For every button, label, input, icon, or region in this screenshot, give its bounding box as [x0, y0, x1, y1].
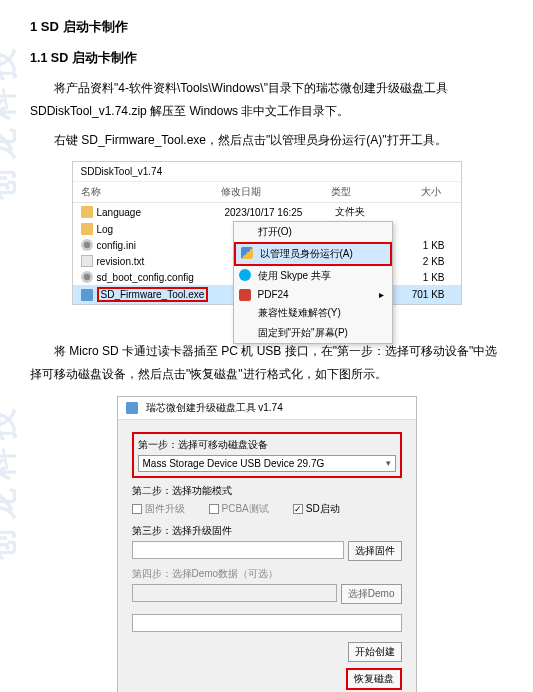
cb-pcba-test[interactable]: PCBA测试 [209, 502, 269, 516]
file-name: config.ini [97, 240, 225, 251]
demo-path-input [132, 584, 337, 602]
device-select[interactable]: Mass Storage Device USB Device 29.7G ▾ [138, 455, 396, 472]
figure-1: SDDiskTool_v1.74 名称 修改日期 类型 大小 Language … [30, 161, 503, 305]
mode-checkboxes: 固件升级 PCBA测试 SD启动 [132, 502, 402, 516]
figure-2: 瑞芯微创建升级磁盘工具 v1.74 第一步：选择可移动磁盘设备 Mass Sto… [30, 396, 503, 692]
col-header-size[interactable]: 大小 [391, 185, 441, 199]
explorer-title: SDDiskTool_v1.74 [73, 162, 461, 182]
step4-label: 第四步：选择Demo数据（可选） [132, 567, 402, 581]
col-header-type[interactable]: 类型 [331, 185, 391, 199]
progress-bar [132, 614, 402, 632]
gear-icon [81, 239, 93, 251]
step2-label: 第二步：选择功能模式 [132, 484, 402, 498]
heading-level-2: 1.1 SD 启动卡制作 [30, 50, 503, 67]
col-header-name[interactable]: 名称 [81, 185, 221, 199]
folder-icon [81, 223, 93, 235]
device-select-value: Mass Storage Device USB Device 29.7G [143, 458, 325, 469]
firmware-path-input[interactable] [132, 541, 344, 559]
file-date: 2023/10/17 16:25 [225, 207, 335, 218]
step1-highlight: 第一步：选择可移动磁盘设备 Mass Storage Device USB De… [132, 432, 402, 478]
watermark: 创龙科技 [0, 400, 24, 560]
file-size: 1 KB [395, 272, 445, 283]
file-size: 2 KB [395, 256, 445, 267]
exe-icon [81, 289, 93, 301]
shield-icon [241, 247, 253, 259]
context-menu: 打开(O) 以管理员身份运行(A) 使用 Skype 共享 PDF24 ▸ 兼容… [233, 221, 393, 344]
ctx-run-as-admin[interactable]: 以管理员身份运行(A) [234, 242, 392, 266]
browse-demo-button: 选择Demo [341, 584, 402, 604]
app-icon [126, 402, 138, 414]
sd-tool-dialog: 瑞芯微创建升级磁盘工具 v1.74 第一步：选择可移动磁盘设备 Mass Sto… [117, 396, 417, 692]
file-explorer-window: SDDiskTool_v1.74 名称 修改日期 类型 大小 Language … [72, 161, 462, 305]
pdf-icon [239, 289, 251, 301]
step3-label: 第三步：选择升级固件 [132, 524, 402, 538]
chevron-down-icon: ▾ [386, 458, 391, 469]
ctx-pdf24[interactable]: PDF24 ▸ [234, 286, 392, 303]
ctx-pin-start[interactable]: 固定到"开始"屏幕(P) [234, 323, 392, 343]
dialog-title-text: 瑞芯微创建升级磁盘工具 v1.74 [146, 401, 283, 415]
file-size: 701 KB [395, 289, 445, 300]
file-name: sd_boot_config.config [97, 272, 225, 283]
ctx-skype-share[interactable]: 使用 Skype 共享 [234, 266, 392, 286]
start-create-button[interactable]: 开始创建 [348, 642, 402, 662]
step1-label: 第一步：选择可移动磁盘设备 [138, 438, 396, 452]
restore-disk-button[interactable]: 恢复磁盘 [346, 668, 402, 690]
paragraph-3: 将 Micro SD 卡通过读卡器插至 PC 机 USB 接口，在"第一步：选择… [30, 340, 503, 386]
cb-sd-boot[interactable]: SD启动 [293, 502, 340, 516]
file-name: Log [97, 224, 225, 235]
file-name: Language [97, 207, 225, 218]
file-name: SD_Firmware_Tool.exe [97, 287, 225, 302]
file-icon [81, 255, 93, 267]
file-type: 文件夹 [335, 205, 395, 219]
skype-icon [239, 269, 251, 281]
browse-firmware-button[interactable]: 选择固件 [348, 541, 402, 561]
explorer-column-headers: 名称 修改日期 类型 大小 [73, 182, 461, 203]
paragraph-2: 右键 SD_Firmware_Tool.exe，然后点击"以管理员身份运行(A)… [30, 129, 503, 152]
ctx-open[interactable]: 打开(O) [234, 222, 392, 242]
dialog-titlebar: 瑞芯微创建升级磁盘工具 v1.74 [118, 397, 416, 420]
chevron-right-icon: ▸ [379, 289, 384, 300]
col-header-date[interactable]: 修改日期 [221, 185, 331, 199]
file-row[interactable]: Language 2023/10/17 16:25 文件夹 [73, 203, 461, 221]
cb-firmware-upgrade[interactable]: 固件升级 [132, 502, 185, 516]
file-name: revision.txt [97, 256, 225, 267]
gear-icon [81, 271, 93, 283]
file-size: 1 KB [395, 240, 445, 251]
ctx-compat-troubleshoot[interactable]: 兼容性疑难解答(Y) [234, 303, 392, 323]
paragraph-1: 将产品资料"4-软件资料\Tools\Windows\"目录下的瑞芯微创建升级磁… [30, 77, 503, 123]
folder-icon [81, 206, 93, 218]
heading-level-1: 1 SD 启动卡制作 [30, 18, 503, 36]
watermark: 创龙科技 [0, 40, 24, 200]
